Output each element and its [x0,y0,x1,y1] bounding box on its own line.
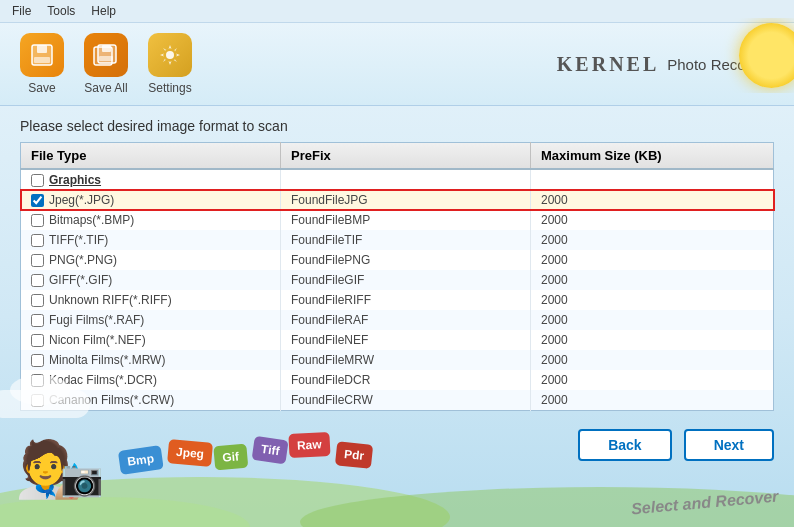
cell-prefix: FoundFileTIF [281,230,531,250]
cell-prefix: FoundFileBMP [281,210,531,230]
sun-decoration [719,18,794,93]
cell-filetype: Nicon Film(*.NEF) [21,330,281,350]
table-row[interactable]: GIFF(*.GIF) FoundFileGIF 2000 [21,270,774,290]
badge-gif: Gif [213,444,248,471]
cell-maxsize [531,169,774,190]
col-header-filetype: File Type [21,143,281,170]
cell-filetype: Jpeg(*.JPG) [21,190,281,210]
cell-prefix: FoundFileGIF [281,270,531,290]
cell-maxsize: 2000 [531,350,774,370]
cell-maxsize: 2000 [531,290,774,310]
table-row[interactable]: Minolta Films(*.MRW) FoundFileMRW 2000 [21,350,774,370]
logo-kernel-text: KERNEL [557,53,659,76]
svg-point-7 [166,51,174,59]
save-icon [20,33,64,77]
file-type-table: File Type PreFix Maximum Size (KB) Graph… [20,142,774,411]
cell-maxsize: 2000 [531,310,774,330]
menu-file[interactable]: File [12,4,31,18]
checkbox-BitmapsBMP[interactable] [31,214,44,227]
cell-filetype: GIFF(*.GIF) [21,270,281,290]
checkbox-MinoltaFilmsMRW[interactable] [31,354,44,367]
badge-pdr: Pdr [334,441,372,469]
cell-filetype: TIFF(*.TIF) [21,230,281,250]
svg-rect-1 [37,45,47,53]
settings-button[interactable]: Settings [148,33,192,95]
cell-prefix: FoundFileNEF [281,330,531,350]
checkbox-graphics[interactable] [31,174,44,187]
svg-rect-5 [102,45,111,52]
cell-prefix: FoundFileMRW [281,350,531,370]
table-row[interactable]: Jpeg(*.JPG) FoundFileJPG 2000 [21,190,774,210]
cell-maxsize: 2000 [531,230,774,250]
cell-prefix: FoundFileRIFF [281,290,531,310]
cell-maxsize: 2000 [531,190,774,210]
checkbox-TIFFTIF[interactable] [31,234,44,247]
table-row[interactable]: Nicon Film(*.NEF) FoundFileNEF 2000 [21,330,774,350]
badge-raw: Raw [288,432,330,458]
save-all-label: Save All [84,81,127,95]
main-content: Please select desired image format to sc… [0,106,794,419]
checkbox-FugiFilmsRAF[interactable] [31,314,44,327]
save-button[interactable]: Save [20,33,64,95]
svg-rect-6 [99,56,113,61]
cell-maxsize: 2000 [531,330,774,350]
cell-prefix: FoundFilePNG [281,250,531,270]
cell-maxsize: 2000 [531,210,774,230]
toolbar-buttons: Save Save All Settings [20,33,192,95]
cell-filetype: Minolta Films(*.MRW) [21,350,281,370]
cell-prefix: FoundFileCRW [281,390,531,411]
col-header-maxsize: Maximum Size (KB) [531,143,774,170]
checkbox-NiconFilmNEF[interactable] [31,334,44,347]
bottom-decoration: 🧑‍🎨 📷 Bmp Jpeg Gif Tiff Raw Pdr Select a… [0,427,794,527]
cell-maxsize: 2000 [531,270,774,290]
cell-prefix: FoundFileJPG [281,190,531,210]
table-row[interactable]: PNG(*.PNG) FoundFilePNG 2000 [21,250,774,270]
toolbar: Save Save All Settings [0,23,794,106]
save-all-button[interactable]: Save All [84,33,128,95]
checkbox-GIFFGIF[interactable] [31,274,44,287]
cloud-left-puff [10,375,70,405]
settings-icon [148,33,192,77]
table-row[interactable]: TIFF(*.TIF) FoundFileTIF 2000 [21,230,774,250]
table-row[interactable]: Fugi Films(*.RAF) FoundFileRAF 2000 [21,310,774,330]
table-row[interactable]: Kodac Films(*.DCR) FoundFileDCR 2000 [21,370,774,390]
cell-maxsize: 2000 [531,370,774,390]
menubar: File Tools Help [0,0,794,23]
badge-tiff: Tiff [252,436,289,465]
cell-filetype: Fugi Films(*.RAF) [21,310,281,330]
table-row[interactable]: Graphics [21,169,774,190]
cell-maxsize: 2000 [531,390,774,411]
badge-bmp: Bmp [118,445,164,475]
table-row[interactable]: Unknown RIFF(*.RIFF) FoundFileRIFF 2000 [21,290,774,310]
cell-filetype: Graphics [21,169,281,190]
cell-prefix: FoundFileRAF [281,310,531,330]
settings-label: Settings [148,81,191,95]
table-row[interactable]: Bitmaps(*.BMP) FoundFileBMP 2000 [21,210,774,230]
badge-jpeg: Jpeg [167,439,213,467]
cell-filetype: Unknown RIFF(*.RIFF) [21,290,281,310]
cell-prefix: FoundFileDCR [281,370,531,390]
save-all-icon [84,33,128,77]
table-header-row: File Type PreFix Maximum Size (KB) [21,143,774,170]
save-label: Save [28,81,55,95]
menu-tools[interactable]: Tools [47,4,75,18]
cell-maxsize: 2000 [531,250,774,270]
camera-icon: 📷 [60,458,104,499]
checkbox-UnknownRIFFRIFF[interactable] [31,294,44,307]
format-badges: Bmp Jpeg Gif Tiff Raw Pdr [120,453,371,477]
checkbox-JpegJPG[interactable] [31,194,44,207]
prompt-text: Please select desired image format to sc… [20,118,774,134]
cell-filetype: PNG(*.PNG) [21,250,281,270]
checkbox-PNGPNG[interactable] [31,254,44,267]
svg-rect-2 [34,57,50,63]
table-row[interactable]: Cananon Films(*.CRW) FoundFileCRW 2000 [21,390,774,411]
cell-filetype: Bitmaps(*.BMP) [21,210,281,230]
col-header-prefix: PreFix [281,143,531,170]
cell-prefix [281,169,531,190]
menu-help[interactable]: Help [91,4,116,18]
